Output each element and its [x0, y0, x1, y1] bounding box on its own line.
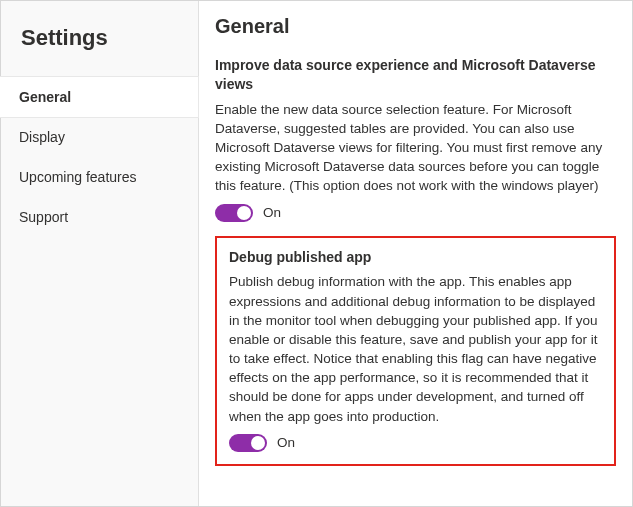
toggle-improve-data-source[interactable]: [215, 204, 253, 222]
sidebar-item-support[interactable]: Support: [1, 197, 198, 237]
section-debug-published-app: Debug published app Publish debug inform…: [215, 236, 616, 466]
section-title: Debug published app: [229, 248, 602, 267]
sidebar-item-display[interactable]: Display: [1, 117, 198, 157]
toggle-row: On: [215, 204, 616, 222]
settings-panel: Settings General Display Upcoming featur…: [0, 0, 633, 507]
section-description: Publish debug information with the app. …: [229, 272, 602, 425]
sidebar-item-general[interactable]: General: [1, 77, 198, 117]
sidebar: Settings General Display Upcoming featur…: [1, 1, 199, 506]
section-title: Improve data source experience and Micro…: [215, 56, 616, 94]
toggle-debug-published-app[interactable]: [229, 434, 267, 452]
toggle-knob: [237, 206, 251, 220]
toggle-row: On: [229, 434, 602, 452]
sidebar-item-upcoming-features[interactable]: Upcoming features: [1, 157, 198, 197]
section-description: Enable the new data source selection fea…: [215, 100, 616, 196]
main-content: General Improve data source experience a…: [199, 1, 632, 506]
toggle-knob: [251, 436, 265, 450]
sidebar-title: Settings: [1, 11, 198, 77]
page-title: General: [215, 15, 616, 38]
toggle-state-label: On: [277, 435, 295, 450]
toggle-state-label: On: [263, 205, 281, 220]
section-improve-data-source: Improve data source experience and Micro…: [215, 56, 616, 222]
